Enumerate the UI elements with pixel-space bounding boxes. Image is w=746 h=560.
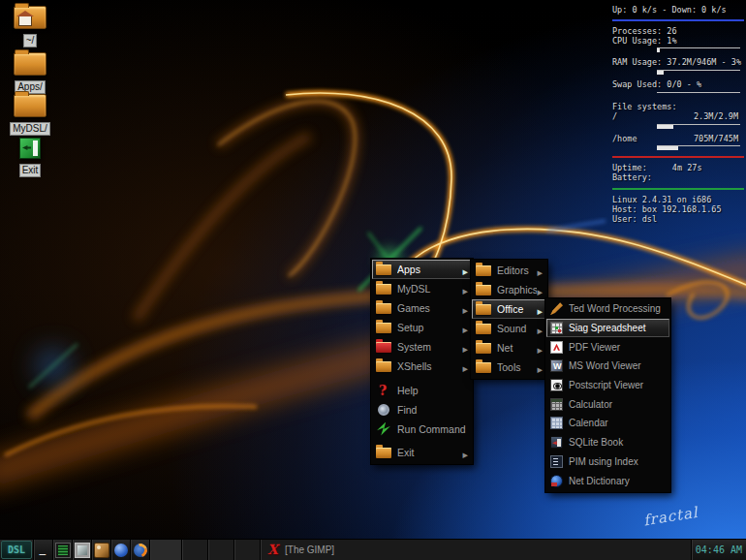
- menu-item-calculator[interactable]: Calculator: [546, 394, 669, 414]
- postscript-eye-icon: [550, 379, 563, 391]
- fs-root-value: 2.3M/2.9M: [694, 112, 738, 122]
- submenu-arrow-icon: [537, 262, 543, 280]
- menu-item-label: Net Dictionary: [569, 476, 666, 486]
- fs-home-row: /home 705M/745M: [612, 135, 744, 144]
- menu-item-calendar[interactable]: Calendar: [546, 414, 669, 433]
- menu-item-label: Apps: [397, 264, 462, 275]
- menu-item-mydsl[interactable]: MyDSL: [372, 279, 472, 298]
- menu-item-ms-word-viewer[interactable]: MS Word Viewer: [546, 357, 669, 376]
- menu-item-label: Setup: [397, 322, 462, 333]
- taskbar-terminal-launcher[interactable]: [52, 540, 72, 560]
- task-button-gimp[interactable]: [The GIMP]: [260, 540, 691, 560]
- menu-item-label: PIM using Index: [569, 456, 666, 467]
- pim-notebook-icon: [550, 455, 563, 468]
- browser-icon: [134, 544, 147, 557]
- submenu-arrow-icon: [462, 358, 468, 376]
- swap-usage-line: Swap Used: 0/0 - %: [612, 80, 744, 90]
- menu-item-label: Postscript Viewer: [569, 380, 666, 390]
- desktop-icon-exit[interactable]: Exit: [2, 134, 58, 177]
- menu-item-net-dictionary[interactable]: Net Dictionary: [546, 471, 669, 490]
- taskbar-editor-launcher[interactable]: [110, 540, 130, 560]
- uptime-value: 4m 27s: [672, 164, 702, 173]
- menu-item-label: Tools: [497, 361, 537, 373]
- menu-item-apps[interactable]: Apps: [372, 260, 472, 279]
- minimize-icon: [39, 544, 48, 556]
- clock-text: 04:46 AM: [696, 544, 742, 555]
- taskbar-monitor-launcher[interactable]: [72, 540, 91, 560]
- submenu-arrow-icon: [462, 338, 468, 357]
- pdf-icon: [550, 341, 563, 354]
- desktop-icon-label: Exit: [19, 164, 42, 177]
- taskbar-filemanager-launcher[interactable]: [91, 540, 110, 560]
- menu-item-label: Help: [397, 385, 468, 396]
- battery-row: Battery:: [612, 173, 744, 183]
- menu-item-postscript-viewer[interactable]: Postscript Viewer: [546, 376, 669, 395]
- menu-item-label: Graphics: [497, 284, 537, 296]
- red-folder-icon: [376, 342, 391, 353]
- submenu-arrow-icon: [537, 358, 543, 377]
- desktop: fractal ~/ Apps/ MyDSL/ Exit Up: 0 k/s -…: [0, 0, 746, 560]
- menu-item-label: SQLite Book: [569, 437, 666, 448]
- desktop-icon-apps[interactable]: Apps/: [2, 48, 58, 94]
- home-folder-icon: [14, 6, 47, 29]
- menu-item-label: Calculator: [569, 399, 666, 410]
- menu-item-sqlite-book[interactable]: SQLite Book: [546, 433, 669, 452]
- menu-item-label: XShells: [397, 360, 462, 372]
- menu-item-label: MS Word Viewer: [569, 360, 666, 371]
- menu-item-graphics[interactable]: Graphics: [472, 280, 546, 299]
- folder-icon: [476, 324, 491, 334]
- menu-item-net[interactable]: Net: [472, 338, 546, 358]
- menu-item-tools[interactable]: Tools: [472, 358, 546, 377]
- desktop-icon-home[interactable]: ~/: [2, 2, 58, 47]
- menu-item-system[interactable]: System: [372, 337, 472, 357]
- menu-item-games[interactable]: Games: [372, 298, 472, 318]
- separator-red: [612, 156, 744, 158]
- editor-icon: [114, 544, 128, 557]
- net-speed-line: Up: 0 k/s - Down: 0 k/s: [612, 6, 744, 16]
- menu-item-label: Office: [497, 303, 537, 315]
- menu-item-siag-spreadsheet[interactable]: Siag Spreadsheet: [546, 319, 669, 338]
- menu-item-run-command[interactable]: Run Command: [372, 420, 472, 439]
- main-menu: Apps MyDSL Games Setup System XShells: [371, 259, 473, 464]
- submenu-arrow-icon: [462, 299, 468, 318]
- fs-home-bar: [657, 145, 740, 151]
- menu-item-sound[interactable]: Sound: [472, 319, 546, 338]
- fs-root-row: / 2.3M/2.9M: [612, 112, 744, 122]
- find-icon: [376, 405, 391, 416]
- task-button-label: [The GIMP]: [285, 544, 334, 555]
- folder-icon: [476, 343, 491, 354]
- menu-item-label: Games: [397, 302, 462, 314]
- menu-item-pim-using-index[interactable]: PIM using Index: [546, 452, 669, 472]
- submenu-arrow-icon: [462, 444, 468, 462]
- menu-item-setup[interactable]: Setup: [372, 318, 472, 337]
- submenu-arrow-icon: [537, 320, 543, 338]
- fs-home-value: 705M/745M: [694, 135, 738, 144]
- folder-icon: [376, 264, 391, 275]
- submenu-arrow-icon: [537, 339, 543, 358]
- taskbar-minimize-button[interactable]: [33, 540, 52, 560]
- desktop-icon-mydsl[interactable]: MyDSL/: [2, 90, 58, 136]
- submenu-arrow-icon: [537, 281, 543, 299]
- start-button[interactable]: DSL: [1, 541, 32, 559]
- fs-root-bar: [657, 124, 740, 130]
- clock: 04:46 AM: [691, 540, 746, 560]
- menu-item-editors[interactable]: Editors: [472, 261, 546, 280]
- taskbar-empty-slot: [181, 540, 207, 560]
- folder-icon: [476, 304, 491, 315]
- menu-item-help[interactable]: Help: [372, 381, 472, 400]
- menu-item-office[interactable]: Office: [472, 299, 546, 319]
- taskbar-empty-slot: [207, 540, 233, 560]
- menu-item-xshells[interactable]: XShells: [372, 357, 472, 376]
- house-icon: [18, 16, 32, 26]
- menu-item-find[interactable]: Find: [372, 400, 472, 420]
- menu-item-ted-word-processing[interactable]: Ted Word Processing: [546, 299, 669, 319]
- swap-bar: [657, 92, 740, 98]
- cpu-usage-line: CPU Usage: 1%: [612, 37, 744, 47]
- menu-item-pdf-viewer[interactable]: PDF Viewer: [546, 337, 669, 357]
- spreadsheet-icon: [550, 322, 563, 334]
- gimp-icon: [266, 544, 281, 557]
- workspace-pager[interactable]: [149, 540, 181, 560]
- taskbar-browser-launcher[interactable]: [130, 540, 149, 560]
- office-submenu: Ted Word Processing Siag Spreadsheet PDF…: [545, 298, 670, 492]
- menu-item-exit[interactable]: Exit: [372, 443, 472, 462]
